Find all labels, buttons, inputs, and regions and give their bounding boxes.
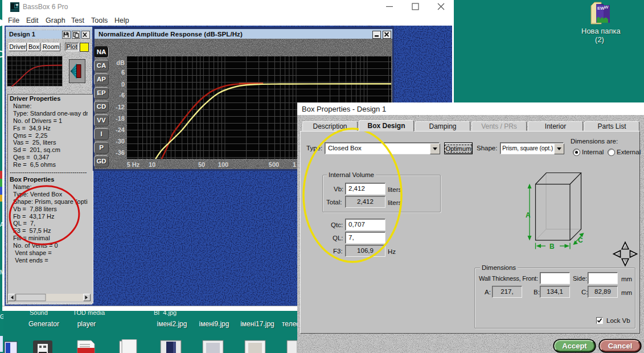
svg-text:C: C (578, 236, 583, 244)
svg-text:W: W (604, 5, 609, 10)
svg-text:G: G (0, 314, 3, 320)
svg-text:B: B (549, 243, 555, 251)
svg-text:A: A (526, 211, 531, 219)
